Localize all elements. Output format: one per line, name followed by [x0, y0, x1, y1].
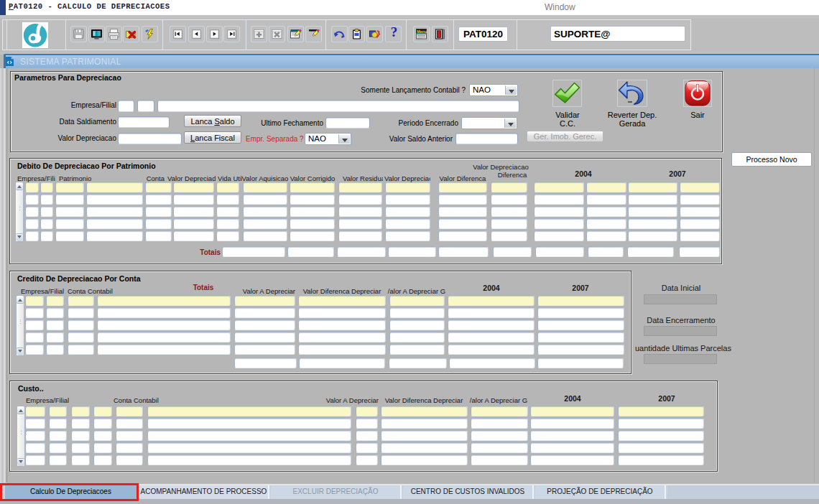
svg-text:Menu: Menu	[417, 29, 427, 34]
